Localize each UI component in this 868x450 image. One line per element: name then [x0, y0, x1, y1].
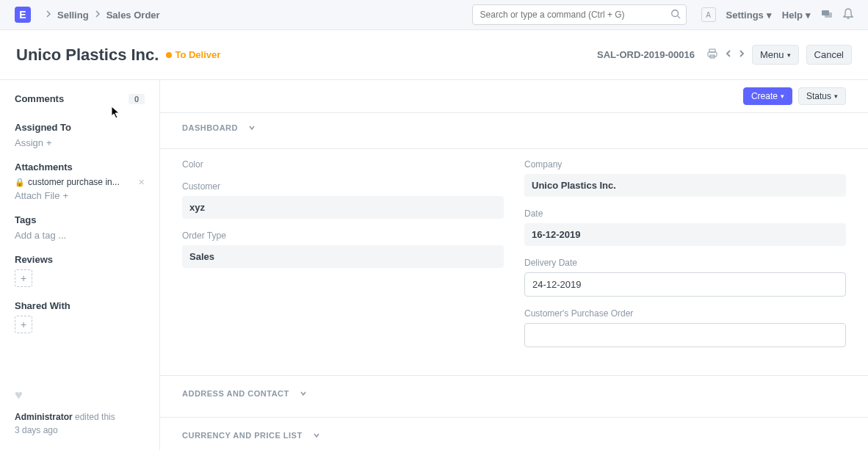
sidebar: Comments 0 Assigned To Assign + Attachme…: [0, 80, 160, 450]
app-logo[interactable]: E: [15, 7, 31, 23]
svg-line-1: [677, 16, 680, 19]
delivery-date-field: Delivery Date: [524, 258, 846, 297]
chevron-down-icon: [248, 124, 256, 131]
status-dot-icon: [166, 52, 172, 58]
attachments-heading: Attachments: [15, 162, 145, 173]
delivery-date-input[interactable]: [524, 272, 846, 297]
po-input[interactable]: [524, 323, 846, 347]
main-form-section: Color Customer xyz Order Type Sales Comp…: [160, 149, 868, 376]
caret-down-icon: ▾: [787, 51, 791, 59]
heart-icon[interactable]: ♥: [15, 388, 145, 403]
reviews-section: Reviews +: [15, 254, 145, 287]
lock-icon: 🔒: [15, 178, 25, 187]
comments-section: Comments 0: [15, 93, 145, 109]
currency-section-head[interactable]: CURRENCY AND PRICE LIST: [182, 428, 846, 443]
caret-down-icon: ▾: [767, 10, 772, 21]
status-button[interactable]: Status ▾: [798, 87, 846, 105]
plus-icon: +: [62, 190, 68, 201]
prev-icon[interactable]: [726, 49, 731, 60]
chat-icon[interactable]: [821, 8, 833, 22]
color-field: Color: [182, 159, 504, 170]
svg-point-0: [671, 10, 678, 17]
po-label: Customer's Purchase Order: [524, 308, 846, 319]
company-value[interactable]: Unico Plastics Inc.: [524, 174, 846, 197]
menu-button[interactable]: Menu ▾: [752, 45, 799, 65]
search-input[interactable]: [472, 4, 687, 25]
color-label: Color: [182, 159, 504, 170]
attachment-item[interactable]: 🔒 customer purchase in... ✕: [15, 177, 145, 187]
remove-attachment-icon[interactable]: ✕: [138, 178, 145, 187]
breadcrumb-sales-order[interactable]: Sales Order: [106, 10, 160, 21]
header-actions: SAL-ORD-2019-00016 Menu ▾ Cancel: [597, 45, 852, 65]
shared-heading: Shared With: [15, 300, 145, 311]
currency-section: CURRENCY AND PRICE LIST: [160, 418, 868, 450]
edit-info: Administrator edited this 3 days ago: [15, 410, 145, 437]
customer-label: Customer: [182, 181, 504, 192]
attach-label: Attach File: [15, 190, 59, 201]
bell-icon[interactable]: [843, 8, 853, 22]
edited-text: edited this: [73, 412, 115, 422]
chevron-down-icon: [300, 390, 307, 397]
main-content: Create ▾ Status ▾ DASHBOARD Color: [160, 80, 868, 450]
help-link[interactable]: Help ▾: [782, 10, 811, 21]
create-button[interactable]: Create ▾: [743, 87, 792, 105]
customer-value[interactable]: xyz: [182, 196, 504, 219]
company-label: Company: [524, 159, 846, 170]
dashboard-section-head[interactable]: DASHBOARD: [182, 123, 846, 132]
status-badge: To Deliver: [175, 49, 220, 60]
chevron-right-icon: [95, 9, 101, 21]
comments-label: Comments: [15, 93, 64, 104]
assigned-section: Assigned To Assign +: [15, 122, 145, 148]
add-share-button[interactable]: +: [15, 316, 32, 333]
form-right-col: Company Unico Plastics Inc. Date 16-12-2…: [524, 159, 846, 359]
breadcrumb: Selling Sales Order: [40, 9, 160, 21]
menu-label: Menu: [760, 49, 784, 60]
page-title: Unico Plastics Inc.: [16, 46, 159, 65]
tags-section: Tags Add a tag ...: [15, 214, 145, 241]
add-tag-button[interactable]: Add a tag ...: [15, 230, 145, 241]
svg-rect-3: [825, 12, 832, 18]
currency-label: CURRENCY AND PRICE LIST: [182, 431, 303, 440]
status-label: Status: [806, 91, 831, 101]
reviews-heading: Reviews: [15, 254, 145, 265]
create-label: Create: [751, 91, 778, 101]
assign-button[interactable]: Assign +: [15, 137, 145, 148]
chevron-right-icon: [46, 9, 51, 21]
attachment-name: customer purchase in...: [28, 177, 120, 187]
caret-down-icon: ▾: [806, 10, 811, 21]
edited-time: 3 days ago: [15, 425, 58, 435]
assign-label: Assign: [15, 137, 43, 148]
comments-heading[interactable]: Comments 0: [15, 93, 145, 104]
date-value[interactable]: 16-12-2019: [524, 223, 846, 246]
comments-count: 0: [129, 94, 145, 104]
order-type-value[interactable]: Sales: [182, 245, 504, 268]
sidebar-footer: ♥ Administrator edited this 3 days ago: [15, 380, 145, 437]
shared-section: Shared With +: [15, 300, 145, 333]
layout: Comments 0 Assigned To Assign + Attachme…: [0, 80, 868, 450]
svg-rect-5: [708, 52, 717, 57]
caret-down-icon: ▾: [834, 92, 838, 100]
address-section: ADDRESS AND CONTACT: [160, 376, 868, 418]
company-field: Company Unico Plastics Inc.: [524, 159, 846, 197]
chevron-down-icon: [313, 432, 320, 439]
breadcrumb-selling[interactable]: Selling: [57, 10, 89, 21]
page-header: Unico Plastics Inc. To Deliver SAL-ORD-2…: [0, 30, 868, 80]
print-icon[interactable]: [706, 48, 718, 61]
top-navbar: E Selling Sales Order A Settings ▾ Help …: [0, 0, 868, 30]
date-field: Date 16-12-2019: [524, 208, 846, 246]
tags-heading: Tags: [15, 214, 145, 225]
dashboard-section: DASHBOARD: [160, 113, 868, 149]
delivery-date-label: Delivery Date: [524, 258, 846, 268]
nav-right: A Settings ▾ Help ▾: [701, 7, 853, 22]
add-review-button[interactable]: +: [15, 269, 32, 287]
address-label: ADDRESS AND CONTACT: [182, 389, 289, 398]
settings-link[interactable]: Settings ▾: [726, 10, 772, 21]
address-section-head[interactable]: ADDRESS AND CONTACT: [182, 386, 846, 401]
attach-file-button[interactable]: Attach File +: [15, 190, 145, 201]
cancel-button[interactable]: Cancel: [806, 45, 852, 65]
dashboard-label: DASHBOARD: [182, 123, 238, 132]
date-label: Date: [524, 208, 846, 219]
user-badge[interactable]: A: [701, 7, 716, 22]
assigned-heading: Assigned To: [15, 122, 145, 133]
next-icon[interactable]: [739, 49, 745, 60]
